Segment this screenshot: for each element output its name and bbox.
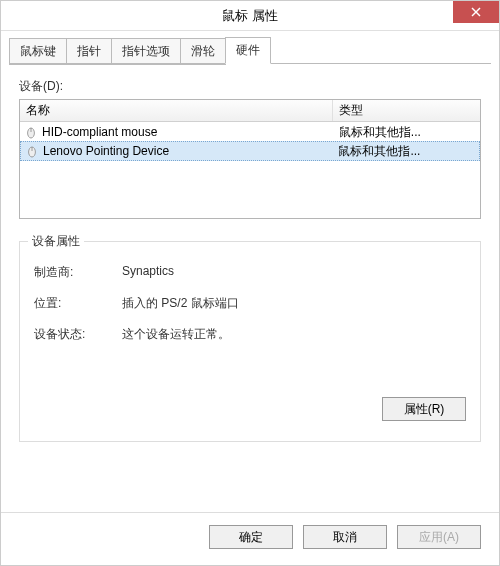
manufacturer-label: 制造商: [34,264,122,281]
device-name-cell: HID-compliant mouse [20,125,333,139]
location-value: 插入的 PS/2 鼠标端口 [122,295,466,312]
device-name: HID-compliant mouse [42,125,157,139]
status-label: 设备状态: [34,326,122,343]
cancel-button[interactable]: 取消 [303,525,387,549]
dialog-button-bar: 确定 取消 应用(A) [1,512,499,565]
group-title: 设备属性 [28,233,84,250]
tab-buttons[interactable]: 鼠标键 [9,38,67,65]
table-row[interactable]: Lenovo Pointing Device 鼠标和其他指... [20,141,480,161]
tab-pointers[interactable]: 指针 [66,38,112,65]
status-value: 这个设备运转正常。 [122,326,466,343]
close-button[interactable] [453,1,499,23]
manufacturer-row: 制造商: Synaptics [34,264,466,281]
tab-content-hardware: 设备(D): 名称 类型 HID-compliant mouse 鼠标和其他指.… [1,64,499,512]
tab-wheel[interactable]: 滑轮 [180,38,226,65]
location-label: 位置: [34,295,122,312]
status-row: 设备状态: 这个设备运转正常。 [34,326,466,343]
device-name: Lenovo Pointing Device [43,144,169,158]
window-title: 鼠标 属性 [1,7,499,25]
ok-button[interactable]: 确定 [209,525,293,549]
mouse-properties-window: 鼠标 属性 鼠标键 指针 指针选项 滑轮 硬件 设备(D): 名称 类型 [0,0,500,566]
close-icon [471,7,481,17]
column-header-type[interactable]: 类型 [333,100,480,121]
mouse-icon [24,125,38,139]
table-row[interactable]: HID-compliant mouse 鼠标和其他指... [20,122,480,142]
mouse-icon [25,144,39,158]
apply-button: 应用(A) [397,525,481,549]
device-type: 鼠标和其他指... [333,124,480,141]
manufacturer-value: Synaptics [122,264,466,281]
tab-bar: 鼠标键 指针 指针选项 滑轮 硬件 [1,31,499,64]
device-properties-group: 设备属性 制造商: Synaptics 位置: 插入的 PS/2 鼠标端口 设备… [19,241,481,442]
column-header-name[interactable]: 名称 [20,100,333,121]
device-type: 鼠标和其他指... [332,143,479,160]
titlebar: 鼠标 属性 [1,1,499,31]
tab-hardware[interactable]: 硬件 [225,37,271,64]
devices-label: 设备(D): [19,78,481,95]
table-header: 名称 类型 [20,100,480,122]
location-row: 位置: 插入的 PS/2 鼠标端口 [34,295,466,312]
device-properties-button[interactable]: 属性(R) [382,397,466,421]
tab-pointer-options[interactable]: 指针选项 [111,38,181,65]
device-name-cell: Lenovo Pointing Device [21,144,332,158]
device-table: 名称 类型 HID-compliant mouse 鼠标和其他指... [19,99,481,219]
table-body: HID-compliant mouse 鼠标和其他指... Lenovo Poi… [20,122,480,218]
